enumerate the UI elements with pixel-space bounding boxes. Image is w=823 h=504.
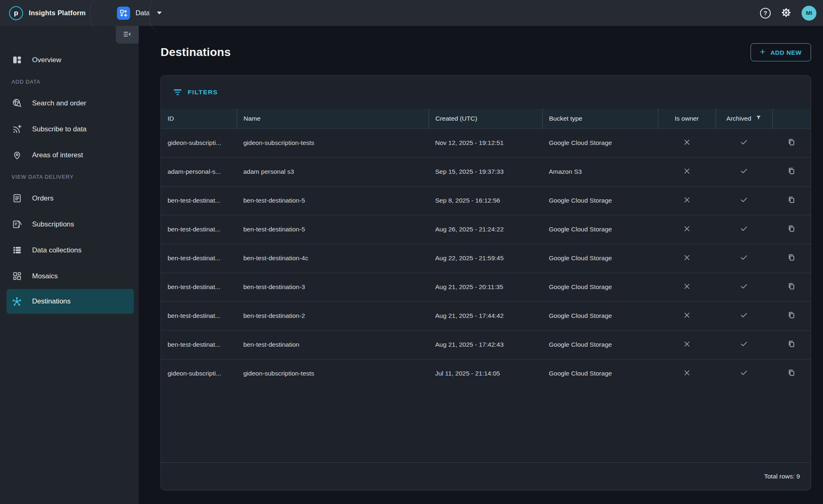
destination-bucket-type: Google Cloud Storage — [549, 312, 612, 319]
destinations-table: ID Name Created (UTC) Bucket type Is own… — [161, 109, 811, 388]
copy-id-button[interactable] — [786, 223, 797, 236]
list-rows-icon — [12, 245, 22, 255]
sidebar-section-add-data: ADD DATA — [0, 73, 139, 90]
sidebar-item-label: Data collections — [32, 246, 82, 254]
column-header-bucket-type[interactable]: Bucket type — [542, 109, 658, 128]
user-avatar[interactable]: MI — [802, 6, 816, 21]
destination-created: Sep 8, 2025 - 16:12:56 — [435, 197, 500, 204]
sidebar-item-label: Destinations — [32, 297, 71, 306]
sidebar-item-label: Orders — [32, 194, 54, 203]
copy-id-button[interactable] — [786, 194, 797, 207]
archived-check-icon — [740, 342, 748, 349]
destination-bucket-type: Google Cloud Storage — [549, 139, 612, 146]
sidebar-collapse-button[interactable] — [116, 26, 139, 44]
filters-label: FILTERS — [188, 89, 218, 96]
destination-name: ben-test-destination — [243, 341, 299, 348]
table-row[interactable]: adam-personal-s... adam personal s3 Sep … — [161, 157, 811, 186]
column-header-name[interactable]: Name — [237, 109, 429, 128]
sidebar-item-search-and-order[interactable]: Search and order — [0, 90, 139, 116]
destination-bucket-type: Google Cloud Storage — [549, 283, 612, 290]
sidebar-item-label: Subscriptions — [32, 220, 74, 229]
archived-check-icon — [740, 256, 748, 263]
not-owner-x-icon — [683, 169, 691, 176]
sidebar-item-overview[interactable]: Overview — [0, 47, 139, 73]
add-new-label: ADD NEW — [770, 49, 802, 56]
add-new-button[interactable]: + ADD NEW — [751, 43, 811, 61]
destination-id: ben-test-destinat... — [168, 197, 220, 204]
not-owner-x-icon — [683, 140, 691, 147]
destination-id: gideon-subscripti... — [168, 139, 221, 146]
settings-button[interactable] — [781, 7, 792, 19]
overview-icon — [12, 55, 22, 65]
not-owner-x-icon — [683, 256, 691, 263]
network-hub-icon — [12, 296, 22, 307]
table-header-row: ID Name Created (UTC) Bucket type Is own… — [161, 109, 811, 128]
app-brand[interactable]: p Insights Platform — [0, 6, 86, 20]
copy-id-button[interactable] — [786, 165, 797, 178]
location-pin-icon — [12, 150, 22, 160]
search-globe-icon — [12, 98, 22, 108]
sidebar-item-mosaics[interactable]: Mosaics — [0, 263, 139, 289]
destination-bucket-type: Google Cloud Storage — [549, 370, 612, 377]
destination-id: ben-test-destinat... — [168, 226, 220, 233]
table-row[interactable]: ben-test-destinat... ben-test-destinatio… — [161, 273, 811, 301]
mosaic-grid-icon — [12, 271, 22, 281]
copy-icon — [787, 142, 796, 148]
table-row[interactable]: ben-test-destinat... ben-test-destinatio… — [161, 244, 811, 273]
page-title: Destinations — [161, 46, 231, 59]
sidebar-item-data-collections[interactable]: Data collections — [0, 237, 139, 263]
filters-toggle[interactable]: FILTERS — [161, 76, 811, 109]
destination-name: gideon-subscription-tests — [243, 370, 314, 377]
not-owner-x-icon — [683, 342, 691, 349]
table-row[interactable]: ben-test-destinat... ben-test-destinatio… — [161, 215, 811, 244]
sidebar-item-label: Mosaics — [32, 272, 58, 280]
sidebar-item-destinations[interactable]: Destinations — [7, 289, 134, 314]
destinations-table-card: FILTERS ID Name Created (UTC) Bucket typ… — [161, 75, 811, 490]
copy-id-button[interactable] — [786, 252, 797, 265]
copy-icon — [787, 228, 796, 234]
destination-id: ben-test-destinat... — [168, 341, 220, 348]
copy-icon — [787, 257, 796, 263]
question-mark-icon: ? — [764, 10, 767, 16]
destination-name: ben-test-destination-3 — [243, 283, 305, 290]
sidebar-item-label: Subscribe to data — [32, 125, 86, 133]
sidebar-item-subscribe-to-data[interactable]: Subscribe to data — [0, 116, 139, 142]
not-owner-x-icon — [683, 285, 691, 292]
document-rss-icon — [12, 219, 22, 229]
copy-id-button[interactable] — [786, 338, 797, 351]
table-row[interactable]: ben-test-destinat... ben-test-destinatio… — [161, 186, 811, 215]
destination-created: Aug 21, 2025 - 20:11:35 — [435, 283, 503, 290]
sidebar-item-areas-of-interest[interactable]: Areas of interest — [0, 142, 139, 168]
collapse-sidebar-icon — [123, 30, 132, 40]
sidebar-item-label: Search and order — [32, 99, 86, 107]
copy-id-button[interactable] — [786, 136, 797, 149]
table-row[interactable]: gideon-subscripti... gideon-subscription… — [161, 128, 811, 157]
destination-name: gideon-subscription-tests — [243, 139, 314, 146]
sidebar-section-view-data-delivery: VIEW DATA DELIVERY — [0, 168, 139, 185]
sidebar-item-orders[interactable]: Orders — [0, 185, 139, 211]
table-footer: Total rows: 9 — [161, 462, 811, 490]
column-header-created[interactable]: Created (UTC) — [429, 109, 542, 128]
copy-id-button[interactable] — [786, 280, 797, 294]
data-nav-label: Data — [135, 9, 150, 17]
destination-id: ben-test-destinat... — [168, 312, 220, 319]
column-header-archived[interactable]: Archived — [716, 109, 772, 128]
archived-check-icon — [740, 285, 748, 292]
table-row[interactable]: gideon-subscripti... gideon-subscription… — [161, 359, 811, 388]
column-header-id[interactable]: ID — [161, 109, 237, 128]
destination-name: ben-test-destination-5 — [243, 197, 305, 204]
filter-funnel-icon[interactable] — [755, 114, 762, 122]
column-header-actions — [772, 109, 811, 128]
copy-icon — [787, 170, 796, 177]
copy-id-button[interactable] — [786, 367, 797, 380]
sidebar-item-subscriptions[interactable]: Subscriptions — [0, 211, 139, 237]
help-button[interactable]: ? — [760, 8, 771, 19]
table-row[interactable]: ben-test-destinat... ben-test-destinatio… — [161, 301, 811, 330]
platform-logo-icon: p — [9, 6, 23, 20]
copy-id-button[interactable] — [786, 309, 797, 322]
column-header-is-owner[interactable]: Is owner — [658, 109, 716, 128]
sidebar-item-label: Overview — [32, 56, 61, 64]
table-row[interactable]: ben-test-destinat... ben-test-destinatio… — [161, 330, 811, 359]
not-owner-x-icon — [683, 227, 691, 234]
total-rows-text: Total rows: 9 — [764, 473, 800, 480]
